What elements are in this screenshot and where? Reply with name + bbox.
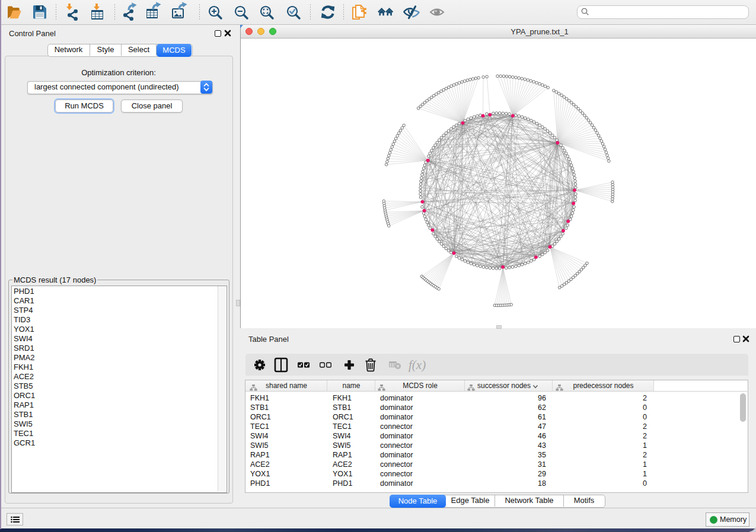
svg-text:f(x): f(x) — [409, 358, 426, 372]
